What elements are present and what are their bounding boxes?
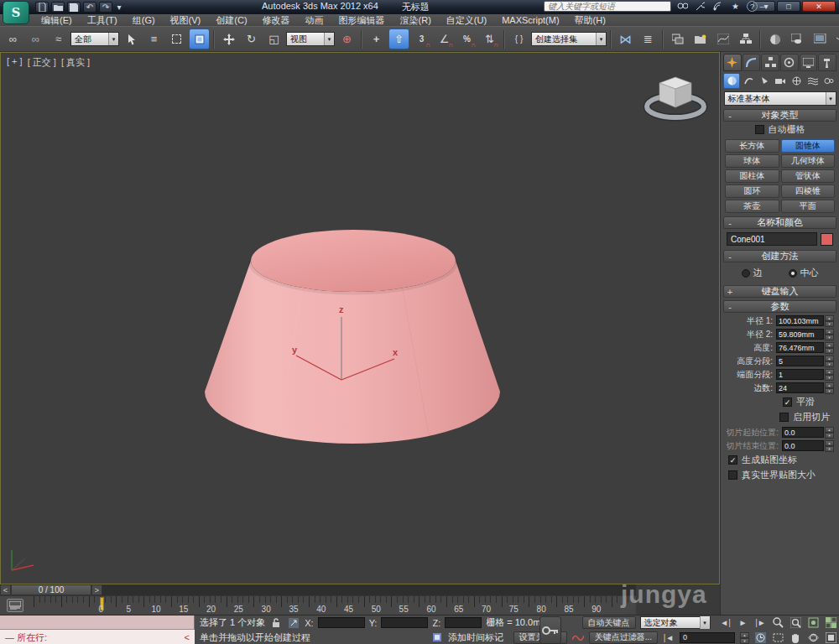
zoom-extents-button[interactable]	[807, 616, 821, 629]
perspective-viewport[interactable]: z y x [ + ] [ 正交 ] [ 真实 ]	[0, 52, 720, 584]
new-scene-icon[interactable]	[35, 2, 49, 13]
slice-to-spinner[interactable]: ▲▼	[825, 440, 834, 451]
menu-item-0[interactable]: 编辑(E)	[34, 14, 80, 27]
dropdown-arrow-icon[interactable]: ▾	[324, 33, 334, 45]
button-geosphere[interactable]: 几何球体	[781, 154, 836, 168]
real-world-map-checkbox[interactable]	[728, 470, 737, 480]
add-time-tag-icon[interactable]	[430, 631, 444, 644]
select-and-scale-icon[interactable]: ◱	[263, 29, 284, 49]
selection-filter-dropdown[interactable]: 全部 ▾	[70, 32, 119, 46]
menu-item-1[interactable]: 工具(T)	[80, 14, 125, 27]
add-time-tag-label[interactable]: 添加时间标记	[448, 631, 503, 644]
category-space-warps[interactable]	[805, 73, 821, 89]
spinner-snap-toggle-icon[interactable]: ⇅∩	[479, 29, 500, 49]
track-bar[interactable]: 051015202530354045505560657075808590	[0, 595, 636, 615]
rollout-object-type[interactable]: - 对象类型	[723, 109, 836, 122]
category-shapes[interactable]	[741, 73, 756, 89]
zoom-all-button[interactable]	[789, 616, 803, 629]
select-and-link-icon[interactable]: ∞	[3, 29, 23, 49]
select-and-move-icon[interactable]	[218, 29, 239, 49]
open-mini-curve-editor-icon[interactable]	[7, 599, 23, 612]
tab-modify[interactable]	[743, 54, 761, 71]
application-menu-button[interactable]: S	[3, 1, 29, 24]
button-cone[interactable]: 圆锥体	[781, 139, 836, 153]
selected-filter-dropdown[interactable]: 选定对象 ▾	[640, 616, 711, 629]
radio-edge[interactable]: 边	[742, 267, 763, 279]
time-configuration-button[interactable]	[753, 631, 767, 644]
tab-utilities[interactable]	[818, 54, 836, 71]
viewport-menu-shading[interactable]: [ 真实 ]	[61, 56, 90, 69]
bind-to-space-warp-icon[interactable]: ≈	[48, 29, 69, 49]
tab-hierarchy[interactable]	[761, 54, 779, 71]
select-object-icon[interactable]	[121, 29, 142, 49]
scene-explorer-icon[interactable]	[690, 29, 711, 49]
help-icon[interactable]: ?	[747, 1, 758, 12]
rollout-keyboard-entry[interactable]: + 键盘输入	[723, 285, 836, 298]
tab-display[interactable]	[800, 54, 818, 71]
zoom-region-button[interactable]	[771, 631, 784, 644]
viewport-label[interactable]: [ + ] [ 正交 ] [ 真实 ]	[7, 56, 90, 69]
toggle-set-key-mode-button[interactable]	[539, 616, 561, 644]
schematic-view-icon[interactable]	[735, 29, 756, 49]
menu-item-2[interactable]: 组(G)	[125, 14, 163, 27]
height-spinner[interactable]: ▲▼	[825, 342, 834, 353]
zoom-button[interactable]	[772, 616, 785, 629]
communication-center-icon[interactable]	[711, 1, 724, 12]
material-editor-icon[interactable]	[764, 29, 785, 49]
maximize-button[interactable]: □	[777, 1, 800, 12]
open-file-icon[interactable]	[51, 2, 65, 13]
y-coord-field[interactable]	[381, 617, 428, 628]
keyboard-shortcut-override-icon[interactable]: ⇧	[388, 29, 409, 49]
favorites-star-icon[interactable]: ★	[729, 1, 742, 12]
smooth-checkbox[interactable]: ✓	[783, 397, 792, 407]
category-cameras[interactable]	[773, 73, 788, 89]
viewport-menu-pov[interactable]: [ 正交 ]	[28, 56, 56, 69]
tab-motion[interactable]	[780, 54, 799, 71]
rollout-parameters[interactable]: - 参数	[723, 300, 836, 313]
frame-spinner[interactable]: ▲▼	[740, 632, 749, 643]
tab-create[interactable]	[723, 54, 742, 71]
button-pyramid[interactable]: 四棱锥	[781, 184, 836, 198]
current-frame-field[interactable]: 0	[680, 632, 735, 643]
menu-item-9[interactable]: 自定义(U)	[439, 14, 494, 27]
pan-hand-button[interactable]	[789, 631, 802, 644]
named-selection-sets-dropdown[interactable]: 创建选择集 ▾	[531, 32, 607, 46]
time-slider-handle[interactable]: 0 / 100	[11, 584, 91, 595]
use-pivot-point-icon[interactable]: ⊕	[336, 29, 357, 49]
autogrid-checkbox[interactable]	[755, 125, 764, 134]
maximize-viewport-toggle[interactable]	[824, 631, 837, 644]
edit-named-selection-sets-icon[interactable]: { }	[508, 29, 529, 49]
viewcube[interactable]	[641, 70, 710, 122]
rectangular-selection-region-icon[interactable]	[166, 29, 187, 49]
x-coord-field[interactable]	[318, 617, 365, 628]
auto-key-button[interactable]: 自动关键点	[582, 616, 636, 629]
render-production-icon[interactable]	[832, 29, 839, 49]
button-tube[interactable]: 管状体	[781, 169, 836, 183]
time-slider[interactable]: < 0 / 100 >	[0, 584, 638, 595]
dropdown-arrow-icon[interactable]: ▾	[700, 616, 710, 629]
search-icon[interactable]	[676, 1, 689, 12]
selection-lock-icon[interactable]	[269, 616, 283, 629]
dropdown-arrow-icon[interactable]: ▾	[826, 92, 836, 105]
menu-item-3[interactable]: 视图(V)	[163, 14, 209, 27]
maxscript-mini-listener[interactable]: — 所在行: <	[0, 630, 195, 644]
go-to-start-button[interactable]: |◄	[662, 631, 675, 644]
cone-object[interactable]: z y x	[0, 52, 720, 584]
slice-from-field[interactable]: 0.0	[782, 427, 824, 438]
menu-item-7[interactable]: 图形编辑器	[331, 14, 393, 27]
object-color-swatch[interactable]	[821, 233, 833, 246]
render-setup-icon[interactable]	[787, 29, 808, 49]
button-teapot[interactable]: 茶壶	[725, 200, 779, 213]
sides-spinner[interactable]: ▲▼	[825, 382, 834, 393]
window-crossing-toggle-icon[interactable]	[189, 29, 210, 49]
angle-snap-toggle-icon[interactable]: ∠∩	[434, 29, 455, 49]
undo-button[interactable]: ↶	[83, 2, 96, 13]
slice-from-spinner[interactable]: ▲▼	[825, 427, 834, 438]
radius2-spinner[interactable]: ▲▼	[825, 329, 834, 340]
snaps-toggle-3d-icon[interactable]: 3∩	[411, 29, 432, 49]
button-box[interactable]: 长方体	[725, 139, 779, 153]
maxscript-macro-recorder[interactable]	[0, 615, 195, 630]
height-segments-field[interactable]: 5	[776, 356, 824, 366]
redo-button[interactable]: ↷	[99, 2, 112, 13]
menu-item-5[interactable]: 修改器	[255, 14, 298, 27]
